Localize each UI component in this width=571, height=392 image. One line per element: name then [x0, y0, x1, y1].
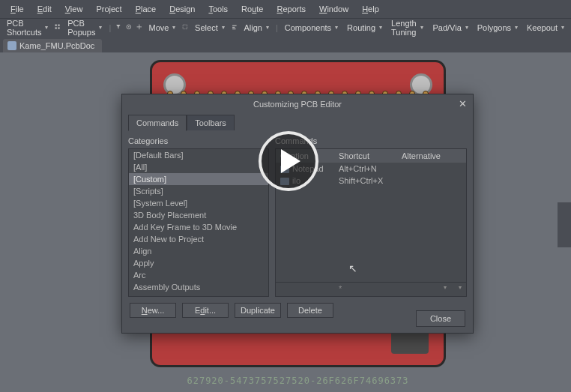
chip-icon	[391, 331, 429, 354]
cursor-icon: ↖	[348, 262, 357, 274]
footer-dropdown-left[interactable]: *	[339, 284, 447, 295]
tab-toolbars[interactable]: Toolbars	[187, 115, 235, 130]
col-alternative[interactable]: Alternative	[397, 149, 466, 163]
pcb-hash-text: 627920-5473757527520-26F626F74696373	[150, 376, 446, 386]
menu-design[interactable]: Design	[163, 2, 201, 16]
category-item[interactable]: Apply	[129, 257, 268, 269]
tb-pcb-popups[interactable]: PCB Popups	[65, 19, 104, 37]
menu-window[interactable]: Window	[313, 2, 354, 16]
footer-dropdown-right[interactable]	[447, 284, 462, 295]
right-panel-tab[interactable]	[558, 202, 571, 247]
menu-bar: File Edit View Project Place Design Tool…	[0, 0, 571, 18]
svg-rect-0	[55, 24, 57, 25]
category-item[interactable]: [Custom]	[129, 173, 268, 185]
category-item[interactable]: Arc	[129, 269, 268, 281]
tb-polygons[interactable]: Polygons	[475, 23, 520, 32]
category-item[interactable]: [System Level]	[129, 197, 268, 209]
menu-file[interactable]: File	[4, 2, 30, 16]
filter-icon[interactable]	[115, 22, 121, 33]
svg-rect-8	[232, 27, 235, 28]
menu-reports[interactable]: Reports	[271, 2, 312, 16]
svg-rect-6	[183, 25, 187, 29]
document-tab[interactable]: Kame_FMU.PcbDoc	[3, 39, 102, 52]
close-button[interactable]: Close	[416, 310, 465, 327]
category-item[interactable]: [Default Bars]	[129, 149, 268, 161]
category-item[interactable]: [All]	[129, 161, 268, 173]
menu-edit[interactable]: Edit	[31, 2, 58, 16]
menu-project[interactable]: Project	[90, 2, 127, 16]
tb-pcb-shortcuts[interactable]: PCB Shortcuts	[4, 19, 50, 37]
category-item[interactable]: Assembly Outputs	[129, 281, 268, 293]
tb-pad-via[interactable]: Pad/Via	[430, 23, 470, 32]
svg-rect-9	[232, 28, 235, 29]
move-cross-icon[interactable]	[136, 22, 142, 33]
select-rect-icon[interactable]	[182, 22, 188, 33]
tab-commands[interactable]: Commands	[128, 115, 187, 131]
tb-align[interactable]: Align	[241, 23, 271, 32]
target-icon[interactable]	[126, 22, 132, 33]
col-shortcut[interactable]: Shortcut	[334, 149, 397, 163]
dialog-tabs: Commands Toolbars	[122, 114, 473, 130]
commands-footer: *	[276, 282, 466, 296]
tb-move[interactable]: Move	[146, 23, 178, 32]
tb-components[interactable]: Components	[283, 23, 340, 32]
new-button[interactable]: New...	[130, 303, 176, 318]
svg-rect-3	[58, 27, 60, 28]
tb-length-tuning[interactable]: Length Tuning	[389, 19, 426, 37]
categories-heading: Categories	[128, 136, 269, 145]
category-item[interactable]: 3D Body Placement	[129, 209, 268, 221]
svg-rect-2	[55, 27, 57, 28]
delete-button[interactable]: Delete	[287, 303, 333, 318]
edit-button[interactable]: Edit...	[182, 303, 229, 318]
workspace: 627920-5473757527520-26F626F74696373 Cus…	[0, 52, 571, 392]
category-item[interactable]: Add Key Frame to 3D Movie	[129, 221, 268, 233]
menu-tools[interactable]: Tools	[202, 2, 234, 16]
categories-list[interactable]: [Default Bars][All][Custom][Scripts][Sys…	[128, 148, 269, 297]
toolbar: PCB Shortcuts PCB Popups | Move Select A…	[0, 18, 571, 36]
category-item[interactable]: Add New to Project	[129, 233, 268, 245]
document-tab-label: Kame_FMU.PcbDoc	[19, 41, 94, 50]
video-play-button[interactable]	[259, 131, 318, 191]
menu-view[interactable]: View	[59, 2, 89, 16]
tb-select[interactable]: Select	[193, 23, 227, 32]
category-item[interactable]: [Scripts]	[129, 185, 268, 197]
tb-routing[interactable]: Routing	[345, 23, 384, 32]
category-item[interactable]: Align	[129, 245, 268, 257]
play-icon	[281, 149, 300, 173]
menu-place[interactable]: Place	[130, 2, 163, 16]
pcb-doc-icon	[7, 41, 16, 50]
dialog-title-bar[interactable]: Customizing PCB Editor ✕	[122, 94, 473, 114]
menu-help[interactable]: Help	[356, 2, 385, 16]
tb-keepout[interactable]: Keepout	[525, 23, 567, 32]
svg-rect-7	[232, 25, 237, 25]
menu-route[interactable]: Route	[235, 2, 269, 16]
svg-rect-1	[58, 24, 60, 25]
grid-icon[interactable]	[55, 22, 61, 33]
duplicate-button[interactable]: Duplicate	[235, 303, 281, 318]
align-icon[interactable]	[232, 22, 238, 33]
dialog-close-button[interactable]: ✕	[459, 98, 467, 109]
category-item[interactable]: Auto Route	[129, 293, 268, 297]
document-tab-strip: Kame_FMU.PcbDoc	[0, 36, 571, 52]
dialog-title: Customizing PCB Editor	[253, 100, 342, 109]
svg-point-5	[128, 26, 130, 28]
customize-dialog: Customizing PCB Editor ✕ Commands Toolba…	[121, 94, 474, 334]
